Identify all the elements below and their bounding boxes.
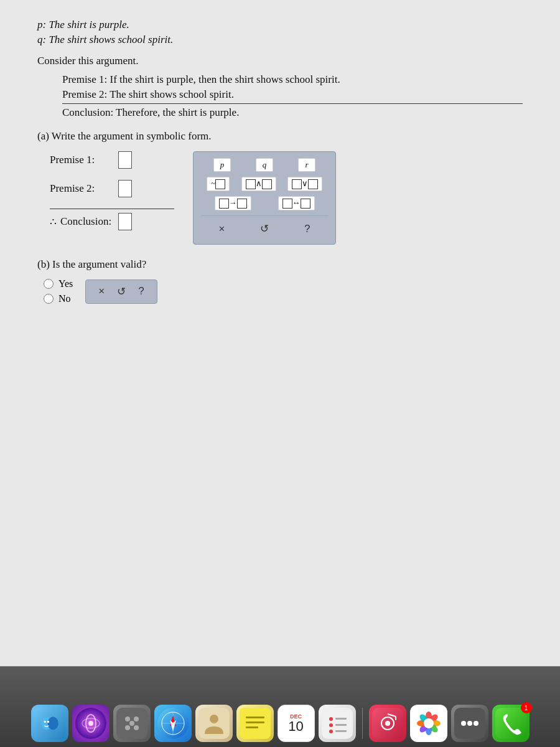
- svg-rect-33: [335, 730, 347, 732]
- premise1-row-label: Premise 1:: [50, 154, 118, 166]
- palette-row-2: ~ ∧ ∨: [201, 177, 328, 191]
- consider-text: Consider this argument.: [37, 55, 523, 67]
- sym-btn-iff[interactable]: ↔: [278, 196, 315, 210]
- dock-divider: [362, 708, 363, 739]
- conclusion-text: Conclusion: Therefore, the shirt is purp…: [62, 103, 523, 119]
- svg-rect-31: [335, 724, 347, 726]
- main-content: p: The shirt is purple. q: The shirt sho…: [0, 0, 560, 666]
- svg-rect-26: [246, 726, 258, 728]
- svg-rect-29: [335, 718, 347, 720]
- validity-help-btn[interactable]: ?: [138, 285, 144, 298]
- svg-point-4: [47, 721, 49, 723]
- yes-radio-label[interactable]: Yes: [44, 278, 73, 289]
- premise2-text: Premise 2: The shirt shows school spirit…: [62, 88, 523, 101]
- dock-more-icon[interactable]: [451, 705, 488, 742]
- svg-rect-53: [495, 708, 526, 739]
- palette-action-row: × ↺ ?: [201, 215, 328, 238]
- sym-btn-implies[interactable]: →: [215, 196, 251, 210]
- svg-point-13: [125, 725, 130, 730]
- dock-safari-icon[interactable]: [154, 705, 192, 742]
- svg-rect-27: [322, 708, 353, 739]
- sym-btn-or[interactable]: ∨: [287, 177, 322, 191]
- no-radio[interactable]: [44, 294, 54, 304]
- palette-row-3: → ↔: [201, 196, 328, 210]
- svg-point-28: [329, 717, 333, 721]
- dock-calendar-icon[interactable]: DEC 10: [278, 705, 315, 742]
- dock-launchpad-icon[interactable]: [113, 705, 151, 742]
- palette-help-btn[interactable]: ?: [298, 220, 316, 238]
- premise1-row: Premise 1:: [50, 151, 174, 169]
- svg-point-32: [329, 730, 333, 733]
- dock-contacts-icon[interactable]: [195, 705, 233, 742]
- yes-label: Yes: [58, 278, 73, 289]
- validity-action-bar: × ↺ ?: [85, 280, 157, 304]
- yes-radio[interactable]: [44, 279, 54, 289]
- dock-music-icon[interactable]: [369, 705, 406, 742]
- validity-undo-btn[interactable]: ↺: [117, 285, 126, 298]
- argument-area: Premise 1: Premise 2: ∴ Conclusion: p q: [50, 151, 523, 245]
- svg-point-48: [424, 718, 434, 728]
- conclusion-row-label: ∴ Conclusion:: [50, 215, 118, 228]
- no-radio-label[interactable]: No: [44, 293, 73, 304]
- svg-point-11: [134, 716, 139, 721]
- symbol-palette: p q r ~ ∧ ∨ → ↔ × ↺ ?: [193, 151, 336, 245]
- svg-point-52: [474, 721, 478, 726]
- dock-siri-icon[interactable]: [72, 705, 110, 742]
- phone-badge: 1: [521, 702, 532, 713]
- svg-point-22: [210, 715, 218, 723]
- dock-notes-icon[interactable]: [236, 705, 274, 742]
- sym-btn-and[interactable]: ∧: [241, 177, 276, 191]
- premise2-input[interactable]: [118, 180, 132, 197]
- svg-point-2: [47, 717, 58, 730]
- conclusion-row: ∴ Conclusion:: [50, 209, 174, 230]
- sym-btn-q[interactable]: q: [256, 158, 273, 172]
- svg-rect-25: [246, 721, 264, 723]
- svg-point-51: [467, 721, 472, 726]
- svg-point-3: [44, 721, 45, 723]
- premise-block: Premise 1: If the shirt is purple, then …: [62, 73, 523, 101]
- svg-point-30: [329, 723, 333, 727]
- therefore-symbol: ∴: [50, 215, 57, 228]
- premise2-row-label: Premise 2:: [50, 182, 118, 195]
- section-b-label: (b) Is the argument valid?: [37, 258, 523, 271]
- calendar-day: 10: [288, 720, 303, 733]
- svg-point-10: [125, 716, 130, 721]
- svg-point-12: [129, 721, 134, 726]
- palette-row-1: p q r: [201, 158, 328, 172]
- svg-point-14: [134, 725, 139, 730]
- q-definition: q: The shirt shows school spirit.: [37, 34, 523, 46]
- svg-point-8: [88, 721, 93, 726]
- p-definition: p: The shirt is purple.: [37, 19, 523, 31]
- svg-rect-24: [246, 716, 264, 718]
- conclusion-label-text: Conclusion:: [60, 215, 111, 228]
- premise2-row: Premise 2:: [50, 180, 174, 197]
- dock-finder-icon[interactable]: [31, 705, 68, 742]
- sym-btn-r[interactable]: r: [298, 158, 315, 172]
- palette-undo-btn[interactable]: ↺: [254, 220, 275, 238]
- premise1-text: Premise 1: If the shirt is purple, then …: [62, 73, 523, 86]
- dock-phone-icon[interactable]: 1: [492, 705, 530, 742]
- palette-clear-btn[interactable]: ×: [212, 220, 231, 238]
- section-a-label: (a) Write the argument in symbolic form.: [37, 130, 523, 143]
- dock-photos-icon[interactable]: [410, 705, 447, 742]
- sym-btn-p[interactable]: p: [213, 158, 231, 172]
- svg-point-36: [385, 721, 390, 726]
- dock-reminders-icon[interactable]: [319, 705, 356, 742]
- validity-radio-group: Yes No: [44, 278, 73, 304]
- no-label: No: [58, 293, 71, 304]
- validity-area: Yes No × ↺ ?: [44, 278, 523, 304]
- conclusion-input[interactable]: [118, 213, 132, 230]
- sym-btn-not[interactable]: ~: [207, 177, 230, 191]
- dock: DEC 10: [0, 666, 560, 747]
- premise1-input[interactable]: [118, 151, 132, 169]
- premises-col: Premise 1: Premise 2: ∴ Conclusion:: [50, 151, 174, 242]
- validity-clear-btn[interactable]: ×: [98, 285, 105, 298]
- svg-point-50: [461, 721, 466, 726]
